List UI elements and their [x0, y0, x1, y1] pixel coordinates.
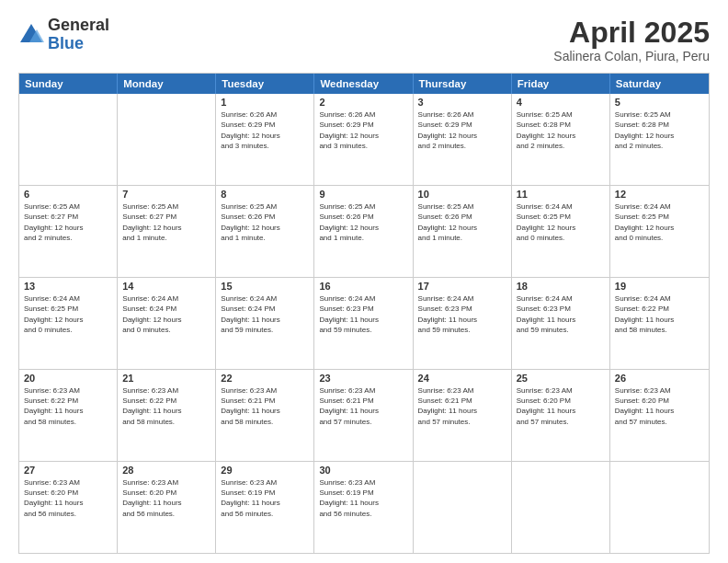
weekday-header-saturday: Saturday: [610, 74, 709, 94]
calendar-row-3: 13Sunrise: 6:24 AM Sunset: 6:25 PM Dayli…: [19, 277, 709, 369]
day-number: 9: [319, 189, 407, 200]
weekday-header-wednesday: Wednesday: [314, 74, 413, 94]
day-number: 5: [615, 97, 704, 108]
calendar-day-10: 10Sunrise: 6:25 AM Sunset: 6:26 PM Dayli…: [414, 186, 512, 277]
calendar-day-22: 22Sunrise: 6:23 AM Sunset: 6:21 PM Dayli…: [216, 370, 314, 461]
day-info: Sunrise: 6:23 AM Sunset: 6:20 PM Dayligh…: [122, 477, 210, 519]
calendar-row-5: 27Sunrise: 6:23 AM Sunset: 6:20 PM Dayli…: [19, 461, 709, 553]
day-number: 10: [418, 189, 506, 200]
calendar-day-21: 21Sunrise: 6:23 AM Sunset: 6:22 PM Dayli…: [118, 370, 216, 461]
calendar-header: SundayMondayTuesdayWednesdayThursdayFrid…: [19, 74, 709, 94]
calendar-row-2: 6Sunrise: 6:25 AM Sunset: 6:27 PM Daylig…: [19, 185, 709, 277]
day-info: Sunrise: 6:25 AM Sunset: 6:26 PM Dayligh…: [221, 201, 309, 243]
calendar-day-12: 12Sunrise: 6:24 AM Sunset: 6:25 PM Dayli…: [610, 186, 709, 277]
day-info: Sunrise: 6:25 AM Sunset: 6:28 PM Dayligh…: [517, 109, 605, 151]
day-info: Sunrise: 6:25 AM Sunset: 6:26 PM Dayligh…: [319, 201, 407, 243]
day-info: Sunrise: 6:25 AM Sunset: 6:27 PM Dayligh…: [24, 201, 112, 243]
calendar-row-1: 1Sunrise: 6:26 AM Sunset: 6:29 PM Daylig…: [19, 94, 709, 185]
day-info: Sunrise: 6:24 AM Sunset: 6:24 PM Dayligh…: [122, 293, 210, 335]
day-number: 8: [221, 189, 309, 200]
calendar-day-20: 20Sunrise: 6:23 AM Sunset: 6:22 PM Dayli…: [19, 370, 118, 461]
calendar-day-3: 3Sunrise: 6:26 AM Sunset: 6:29 PM Daylig…: [414, 94, 512, 185]
weekday-header-sunday: Sunday: [19, 74, 118, 94]
header: General Blue April 2025 Salinera Colan, …: [18, 17, 710, 63]
day-info: Sunrise: 6:24 AM Sunset: 6:25 PM Dayligh…: [615, 201, 704, 243]
calendar-day-27: 27Sunrise: 6:23 AM Sunset: 6:20 PM Dayli…: [19, 462, 118, 553]
day-number: 7: [122, 189, 210, 200]
calendar-day-4: 4Sunrise: 6:25 AM Sunset: 6:28 PM Daylig…: [512, 94, 610, 185]
day-number: 17: [418, 281, 506, 292]
calendar-day-1: 1Sunrise: 6:26 AM Sunset: 6:29 PM Daylig…: [216, 94, 314, 185]
calendar-empty-cell: [118, 94, 216, 185]
day-info: Sunrise: 6:24 AM Sunset: 6:22 PM Dayligh…: [615, 293, 704, 335]
calendar-day-29: 29Sunrise: 6:23 AM Sunset: 6:19 PM Dayli…: [216, 462, 314, 553]
day-number: 28: [122, 465, 210, 476]
day-number: 18: [517, 281, 605, 292]
day-number: 6: [24, 189, 112, 200]
day-number: 12: [615, 189, 704, 200]
calendar-day-8: 8Sunrise: 6:25 AM Sunset: 6:26 PM Daylig…: [216, 186, 314, 277]
title-block: April 2025 Salinera Colan, Piura, Peru: [553, 17, 710, 63]
calendar-day-13: 13Sunrise: 6:24 AM Sunset: 6:25 PM Dayli…: [19, 278, 118, 369]
day-number: 26: [615, 373, 704, 384]
day-info: Sunrise: 6:24 AM Sunset: 6:25 PM Dayligh…: [24, 293, 112, 335]
day-info: Sunrise: 6:25 AM Sunset: 6:28 PM Dayligh…: [615, 109, 704, 151]
day-info: Sunrise: 6:26 AM Sunset: 6:29 PM Dayligh…: [319, 109, 407, 151]
day-info: Sunrise: 6:26 AM Sunset: 6:29 PM Dayligh…: [221, 109, 309, 151]
logo: General Blue: [18, 17, 109, 53]
day-info: Sunrise: 6:26 AM Sunset: 6:29 PM Dayligh…: [418, 109, 506, 151]
day-number: 14: [122, 281, 210, 292]
day-info: Sunrise: 6:23 AM Sunset: 6:21 PM Dayligh…: [319, 385, 407, 427]
calendar-day-18: 18Sunrise: 6:24 AM Sunset: 6:23 PM Dayli…: [512, 278, 610, 369]
calendar-day-9: 9Sunrise: 6:25 AM Sunset: 6:26 PM Daylig…: [314, 186, 413, 277]
calendar-day-15: 15Sunrise: 6:24 AM Sunset: 6:24 PM Dayli…: [216, 278, 314, 369]
day-number: 19: [615, 281, 704, 292]
calendar-body: 1Sunrise: 6:26 AM Sunset: 6:29 PM Daylig…: [19, 94, 709, 553]
day-info: Sunrise: 6:23 AM Sunset: 6:22 PM Dayligh…: [24, 385, 112, 427]
day-number: 21: [122, 373, 210, 384]
calendar-day-23: 23Sunrise: 6:23 AM Sunset: 6:21 PM Dayli…: [314, 370, 413, 461]
day-number: 20: [24, 373, 112, 384]
calendar-day-2: 2Sunrise: 6:26 AM Sunset: 6:29 PM Daylig…: [314, 94, 413, 185]
calendar-empty-cell: [512, 462, 610, 553]
logo-icon: [18, 22, 44, 48]
day-number: 4: [517, 97, 605, 108]
day-number: 25: [517, 373, 605, 384]
day-info: Sunrise: 6:23 AM Sunset: 6:22 PM Dayligh…: [122, 385, 210, 427]
day-number: 15: [221, 281, 309, 292]
calendar-day-28: 28Sunrise: 6:23 AM Sunset: 6:20 PM Dayli…: [118, 462, 216, 553]
day-info: Sunrise: 6:24 AM Sunset: 6:25 PM Dayligh…: [517, 201, 605, 243]
calendar-row-4: 20Sunrise: 6:23 AM Sunset: 6:22 PM Dayli…: [19, 369, 709, 461]
calendar-day-14: 14Sunrise: 6:24 AM Sunset: 6:24 PM Dayli…: [118, 278, 216, 369]
page: General Blue April 2025 Salinera Colan, …: [0, 0, 728, 563]
weekday-header-tuesday: Tuesday: [216, 74, 314, 94]
weekday-header-thursday: Thursday: [414, 74, 512, 94]
day-number: 24: [418, 373, 506, 384]
day-info: Sunrise: 6:23 AM Sunset: 6:19 PM Dayligh…: [221, 477, 309, 519]
calendar: SundayMondayTuesdayWednesdayThursdayFrid…: [18, 73, 710, 554]
day-number: 30: [319, 465, 407, 476]
location-subtitle: Salinera Colan, Piura, Peru: [553, 49, 710, 63]
day-number: 1: [221, 97, 309, 108]
day-number: 27: [24, 465, 112, 476]
day-info: Sunrise: 6:24 AM Sunset: 6:24 PM Dayligh…: [221, 293, 309, 335]
day-info: Sunrise: 6:24 AM Sunset: 6:23 PM Dayligh…: [418, 293, 506, 335]
day-info: Sunrise: 6:24 AM Sunset: 6:23 PM Dayligh…: [517, 293, 605, 335]
calendar-day-24: 24Sunrise: 6:23 AM Sunset: 6:21 PM Dayli…: [414, 370, 512, 461]
day-number: 2: [319, 97, 407, 108]
calendar-empty-cell: [19, 94, 118, 185]
day-info: Sunrise: 6:24 AM Sunset: 6:23 PM Dayligh…: [319, 293, 407, 335]
calendar-day-6: 6Sunrise: 6:25 AM Sunset: 6:27 PM Daylig…: [19, 186, 118, 277]
day-number: 16: [319, 281, 407, 292]
day-number: 11: [517, 189, 605, 200]
logo-blue-text: Blue: [48, 35, 109, 53]
calendar-day-5: 5Sunrise: 6:25 AM Sunset: 6:28 PM Daylig…: [610, 94, 709, 185]
weekday-header-friday: Friday: [512, 74, 610, 94]
day-number: 29: [221, 465, 309, 476]
calendar-day-25: 25Sunrise: 6:23 AM Sunset: 6:20 PM Dayli…: [512, 370, 610, 461]
day-info: Sunrise: 6:23 AM Sunset: 6:21 PM Dayligh…: [418, 385, 506, 427]
weekday-header-monday: Monday: [118, 74, 216, 94]
calendar-day-7: 7Sunrise: 6:25 AM Sunset: 6:27 PM Daylig…: [118, 186, 216, 277]
month-title: April 2025: [553, 17, 710, 49]
day-info: Sunrise: 6:23 AM Sunset: 6:21 PM Dayligh…: [221, 385, 309, 427]
